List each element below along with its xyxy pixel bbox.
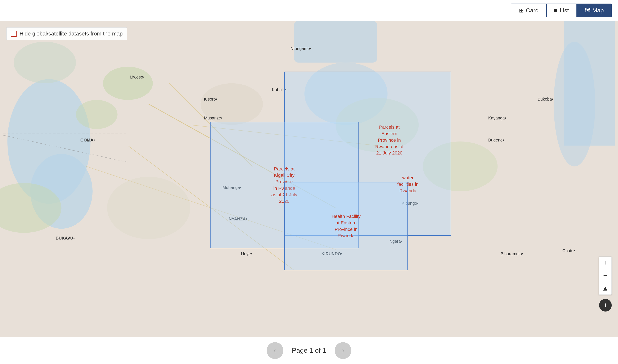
compass-button[interactable]: ▲	[599, 282, 611, 295]
svg-point-9	[14, 42, 76, 83]
list-view-button[interactable]: ≡ List	[547, 4, 577, 17]
page-wrapper: ⊞ Card ≡ List 🗺 Map	[0, 0, 618, 364]
prev-icon: ‹	[274, 347, 276, 354]
map-background: Ntungamo• Mweso• Kisoro• Kabale• Musanze…	[0, 21, 618, 337]
place-huye: Huye•	[241, 251, 252, 256]
prev-page-button[interactable]: ‹	[267, 342, 283, 359]
card-icon: ⊞	[519, 7, 524, 14]
hide-datasets-checkbox	[11, 31, 17, 37]
place-kisoro: Kisoro•	[204, 97, 218, 102]
toolbar: ⊞ Card ≡ List 🗺 Map	[0, 0, 618, 21]
place-ntungamo: Ntungamo•	[291, 46, 311, 51]
map-view-button[interactable]: 🗺 Map	[577, 4, 611, 17]
place-kayanga: Kayanga•	[488, 116, 506, 120]
page-info: Page 1 of 1	[292, 347, 326, 354]
dataset-parcels-eastern-label: Parcels atEasternProvince inRwanda as of…	[352, 122, 426, 158]
place-chato: Chato•	[562, 248, 575, 253]
svg-rect-3	[294, 21, 377, 63]
map-label: Map	[592, 7, 604, 14]
place-mweso: Mweso•	[130, 75, 144, 79]
place-biharamulo: Biharamulo•	[501, 251, 523, 256]
zoom-in-button[interactable]: +	[599, 257, 611, 269]
list-icon: ≡	[554, 7, 557, 14]
dataset-health-facility-label: Health Facilityat EasternProvince inRwan…	[330, 211, 363, 241]
place-musanze: Musanze•	[204, 116, 222, 120]
dataset-water-label: waterfacilities inRwanda	[371, 172, 445, 196]
card-label: Card	[526, 7, 539, 14]
zoom-out-button[interactable]: −	[599, 269, 611, 282]
zoom-controls: + − ▲	[599, 257, 612, 295]
list-label: List	[560, 7, 569, 14]
svg-point-7	[103, 67, 153, 100]
place-bukoba: Bukoba•	[538, 97, 553, 102]
next-icon: ›	[342, 347, 344, 354]
place-bukavu: BUKAVU•	[56, 236, 75, 241]
next-page-button[interactable]: ›	[335, 342, 351, 359]
info-label: i	[605, 302, 606, 309]
svg-point-6	[554, 42, 595, 167]
hide-datasets-text: Hide global/satellite datasets from the …	[20, 30, 123, 37]
svg-point-21	[107, 177, 190, 239]
card-view-button[interactable]: ⊞ Card	[511, 4, 547, 17]
place-bugene: Bugene•	[488, 138, 504, 143]
pagination: ‹ Page 1 of 1 ›	[0, 337, 618, 364]
place-goma: GOMA•	[80, 138, 95, 143]
svg-point-8	[76, 100, 117, 129]
view-toggle: ⊞ Card ≡ List 🗺 Map	[511, 4, 612, 17]
map-icon: 🗺	[584, 7, 590, 14]
hide-datasets-toggle[interactable]: Hide global/satellite datasets from the …	[6, 27, 127, 40]
map-container: Ntungamo• Mweso• Kisoro• Kabale• Musanze…	[0, 21, 618, 337]
info-button[interactable]: i	[599, 299, 612, 312]
